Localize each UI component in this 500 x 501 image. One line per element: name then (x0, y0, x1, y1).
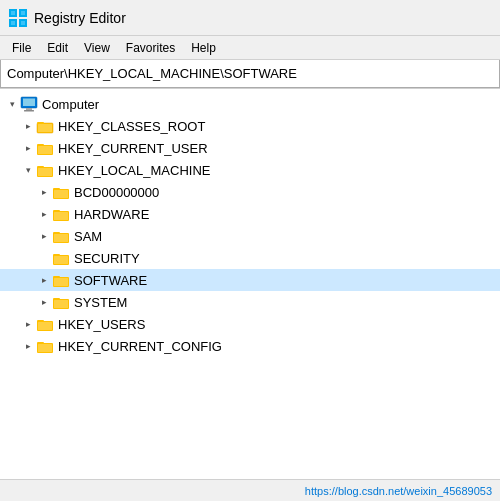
tree-item-software[interactable]: SOFTWARE (0, 269, 500, 291)
svg-rect-24 (54, 190, 68, 198)
label-bcd: BCD00000000 (74, 185, 159, 200)
label-hkcu: HKEY_CURRENT_USER (58, 141, 208, 156)
folder-icon-hkcc (36, 338, 54, 354)
tree-item-hkcr[interactable]: HKEY_CLASSES_ROOT (0, 115, 500, 137)
expander-computer[interactable] (4, 93, 20, 115)
svg-rect-36 (54, 278, 68, 286)
tree-item-bcd[interactable]: BCD00000000 (0, 181, 500, 203)
expander-hklm[interactable] (20, 159, 36, 181)
svg-rect-45 (38, 344, 52, 352)
svg-rect-5 (21, 11, 25, 15)
expander-bcd[interactable] (36, 181, 52, 203)
svg-rect-7 (21, 21, 25, 25)
folder-icon-sam (52, 228, 70, 244)
folder-icon-hku (36, 316, 54, 332)
expander-hkcu[interactable] (20, 137, 36, 159)
svg-rect-6 (11, 21, 15, 25)
label-hkcr: HKEY_CLASSES_ROOT (58, 119, 205, 134)
folder-icon-security (52, 250, 70, 266)
menu-view[interactable]: View (76, 39, 118, 57)
tree-item-hkcu[interactable]: HKEY_CURRENT_USER (0, 137, 500, 159)
label-hkcc: HKEY_CURRENT_CONFIG (58, 339, 222, 354)
tree-item-hklm[interactable]: HKEY_LOCAL_MACHINE (0, 159, 500, 181)
svg-rect-21 (38, 168, 52, 176)
tree-item-hardware[interactable]: HARDWARE (0, 203, 500, 225)
title-bar: Registry Editor (0, 0, 500, 36)
label-security: SECURITY (74, 251, 140, 266)
svg-rect-39 (54, 300, 68, 308)
expander-security (36, 247, 52, 269)
svg-rect-4 (11, 11, 15, 15)
folder-icon-system (52, 294, 70, 310)
svg-rect-9 (23, 99, 35, 107)
menu-file[interactable]: File (4, 39, 39, 57)
tree-item-security[interactable]: SECURITY (0, 247, 500, 269)
folder-icon-hkcr (36, 118, 54, 134)
folder-icon-software (52, 272, 70, 288)
menu-help[interactable]: Help (183, 39, 224, 57)
expander-hku[interactable] (20, 313, 36, 335)
label-hku: HKEY_USERS (58, 317, 145, 332)
menu-edit[interactable]: Edit (39, 39, 76, 57)
tree-item-hku[interactable]: HKEY_USERS (0, 313, 500, 335)
label-hklm: HKEY_LOCAL_MACHINE (58, 163, 210, 178)
expander-hardware[interactable] (36, 203, 52, 225)
expander-system[interactable] (36, 291, 52, 313)
label-computer: Computer (42, 97, 99, 112)
folder-icon-hardware (52, 206, 70, 222)
folder-icon-hklm (36, 162, 54, 178)
tree-item-sam[interactable]: SAM (0, 225, 500, 247)
tree-item-system[interactable]: SYSTEM (0, 291, 500, 313)
tree-item-computer[interactable]: Computer (0, 93, 500, 115)
address-bar[interactable]: Computer\HKEY_LOCAL_MACHINE\SOFTWARE (0, 60, 500, 88)
label-software: SOFTWARE (74, 273, 147, 288)
status-text: https://blog.csdn.net/weixin_45689053 (305, 485, 492, 497)
svg-rect-10 (26, 108, 32, 110)
folder-icon-bcd (52, 184, 70, 200)
tree-panel[interactable]: Computer HKEY_CLASSES_ROOT (0, 89, 500, 479)
label-hardware: HARDWARE (74, 207, 149, 222)
status-bar: https://blog.csdn.net/weixin_45689053 (0, 479, 500, 501)
folder-icon-hkcu (36, 140, 54, 156)
svg-rect-18 (38, 146, 52, 154)
computer-icon (20, 96, 38, 112)
expander-software[interactable] (36, 269, 52, 291)
app-title: Registry Editor (34, 10, 126, 26)
address-path: Computer\HKEY_LOCAL_MACHINE\SOFTWARE (7, 66, 297, 81)
svg-rect-11 (24, 110, 34, 112)
app-icon (8, 8, 28, 28)
label-system: SYSTEM (74, 295, 127, 310)
svg-rect-30 (54, 234, 68, 242)
svg-rect-27 (54, 212, 68, 220)
svg-rect-33 (54, 256, 68, 264)
tree-item-hkcc[interactable]: HKEY_CURRENT_CONFIG (0, 335, 500, 357)
svg-rect-42 (38, 322, 52, 330)
expander-hkcc[interactable] (20, 335, 36, 357)
menu-bar: File Edit View Favorites Help (0, 36, 500, 60)
main-content: Computer HKEY_CLASSES_ROOT (0, 88, 500, 479)
expander-sam[interactable] (36, 225, 52, 247)
svg-rect-15 (38, 124, 52, 132)
expander-hkcr[interactable] (20, 115, 36, 137)
label-sam: SAM (74, 229, 102, 244)
menu-favorites[interactable]: Favorites (118, 39, 183, 57)
